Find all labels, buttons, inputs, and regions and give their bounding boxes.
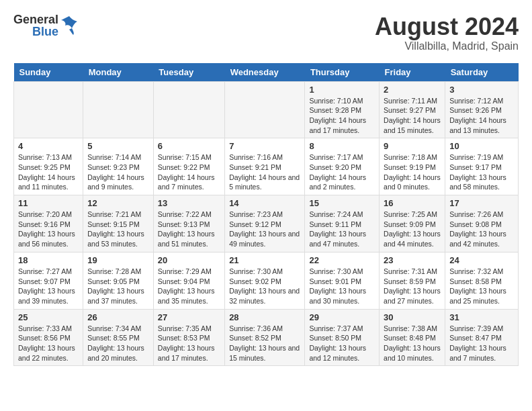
day-info: Sunrise: 7:26 AM Sunset: 9:08 PM Dayligh… bbox=[449, 210, 514, 249]
calendar-cell: 22Sunrise: 7:30 AM Sunset: 9:01 PM Dayli… bbox=[305, 252, 380, 309]
day-info: Sunrise: 7:35 AM Sunset: 8:53 PM Dayligh… bbox=[158, 324, 220, 363]
day-info: Sunrise: 7:29 AM Sunset: 9:04 PM Dayligh… bbox=[158, 267, 220, 306]
calendar-week-row: 1Sunrise: 7:10 AM Sunset: 9:28 PM Daylig… bbox=[14, 81, 519, 138]
calendar-cell: 2Sunrise: 7:11 AM Sunset: 9:27 PM Daylig… bbox=[380, 81, 445, 138]
weekday-header: Saturday bbox=[445, 63, 519, 82]
calendar-cell: 14Sunrise: 7:23 AM Sunset: 9:12 PM Dayli… bbox=[225, 195, 305, 253]
calendar-week-row: 18Sunrise: 7:27 AM Sunset: 9:07 PM Dayli… bbox=[14, 252, 519, 309]
calendar-cell: 25Sunrise: 7:33 AM Sunset: 8:56 PM Dayli… bbox=[14, 309, 83, 366]
page-header: General Blue August 2024 Villalbilla, Ma… bbox=[13, 13, 519, 52]
calendar-week-row: 4Sunrise: 7:13 AM Sunset: 9:25 PM Daylig… bbox=[14, 138, 519, 195]
day-info: Sunrise: 7:22 AM Sunset: 9:13 PM Dayligh… bbox=[158, 210, 220, 249]
calendar-cell: 7Sunrise: 7:16 AM Sunset: 9:21 PM Daylig… bbox=[225, 138, 305, 195]
day-info: Sunrise: 7:17 AM Sunset: 9:20 PM Dayligh… bbox=[309, 152, 375, 192]
day-info: Sunrise: 7:32 AM Sunset: 8:58 PM Dayligh… bbox=[449, 267, 514, 306]
day-number: 7 bbox=[229, 141, 300, 151]
day-number: 22 bbox=[309, 255, 375, 265]
weekday-header: Sunday bbox=[14, 63, 83, 82]
day-number: 9 bbox=[384, 141, 441, 151]
calendar-cell: 24Sunrise: 7:32 AM Sunset: 8:58 PM Dayli… bbox=[445, 252, 519, 309]
day-number: 3 bbox=[449, 85, 514, 95]
day-number: 12 bbox=[87, 198, 149, 208]
calendar-cell: 15Sunrise: 7:24 AM Sunset: 9:11 PM Dayli… bbox=[305, 195, 380, 253]
weekday-header: Friday bbox=[380, 63, 445, 82]
day-number: 27 bbox=[158, 312, 220, 322]
day-number: 28 bbox=[229, 312, 300, 322]
calendar-cell: 20Sunrise: 7:29 AM Sunset: 9:04 PM Dayli… bbox=[153, 252, 224, 309]
day-info: Sunrise: 7:13 AM Sunset: 9:25 PM Dayligh… bbox=[18, 152, 79, 192]
logo-bird-icon bbox=[60, 15, 79, 36]
day-info: Sunrise: 7:38 AM Sunset: 8:48 PM Dayligh… bbox=[384, 324, 441, 363]
day-info: Sunrise: 7:36 AM Sunset: 8:52 PM Dayligh… bbox=[229, 324, 300, 363]
day-info: Sunrise: 7:34 AM Sunset: 8:55 PM Dayligh… bbox=[87, 324, 149, 363]
calendar-cell: 28Sunrise: 7:36 AM Sunset: 8:52 PM Dayli… bbox=[225, 309, 305, 366]
weekday-header: Wednesday bbox=[225, 63, 305, 82]
day-number: 25 bbox=[18, 312, 79, 322]
weekday-header: Monday bbox=[83, 63, 154, 82]
weekday-header: Thursday bbox=[305, 63, 380, 82]
calendar-cell bbox=[83, 81, 154, 138]
day-info: Sunrise: 7:20 AM Sunset: 9:16 PM Dayligh… bbox=[18, 210, 79, 249]
day-number: 21 bbox=[229, 255, 300, 265]
calendar-cell: 27Sunrise: 7:35 AM Sunset: 8:53 PM Dayli… bbox=[153, 309, 224, 366]
day-info: Sunrise: 7:12 AM Sunset: 9:26 PM Dayligh… bbox=[449, 96, 514, 136]
calendar-cell: 11Sunrise: 7:20 AM Sunset: 9:16 PM Dayli… bbox=[14, 195, 83, 253]
day-info: Sunrise: 7:37 AM Sunset: 8:50 PM Dayligh… bbox=[309, 324, 375, 363]
calendar-cell: 13Sunrise: 7:22 AM Sunset: 9:13 PM Dayli… bbox=[153, 195, 224, 253]
calendar-cell bbox=[225, 81, 305, 138]
calendar-cell: 8Sunrise: 7:17 AM Sunset: 9:20 PM Daylig… bbox=[305, 138, 380, 195]
day-number: 11 bbox=[18, 198, 79, 208]
day-info: Sunrise: 7:25 AM Sunset: 9:09 PM Dayligh… bbox=[384, 210, 441, 249]
day-info: Sunrise: 7:24 AM Sunset: 9:11 PM Dayligh… bbox=[309, 210, 375, 249]
day-number: 6 bbox=[158, 141, 220, 151]
day-info: Sunrise: 7:27 AM Sunset: 9:07 PM Dayligh… bbox=[18, 267, 79, 306]
day-info: Sunrise: 7:28 AM Sunset: 9:05 PM Dayligh… bbox=[87, 267, 149, 306]
calendar-cell: 10Sunrise: 7:19 AM Sunset: 9:17 PM Dayli… bbox=[445, 138, 519, 195]
calendar-cell: 21Sunrise: 7:30 AM Sunset: 9:02 PM Dayli… bbox=[225, 252, 305, 309]
calendar-cell: 6Sunrise: 7:15 AM Sunset: 9:22 PM Daylig… bbox=[153, 138, 224, 195]
title-block: August 2024 Villalbilla, Madrid, Spain bbox=[375, 13, 519, 52]
calendar-cell: 3Sunrise: 7:12 AM Sunset: 9:26 PM Daylig… bbox=[445, 81, 519, 138]
logo-general-text: General bbox=[13, 13, 58, 26]
calendar-cell: 31Sunrise: 7:39 AM Sunset: 8:47 PM Dayli… bbox=[445, 309, 519, 366]
calendar-cell: 23Sunrise: 7:31 AM Sunset: 8:59 PM Dayli… bbox=[380, 252, 445, 309]
day-number: 5 bbox=[87, 141, 149, 151]
calendar-cell: 19Sunrise: 7:28 AM Sunset: 9:05 PM Dayli… bbox=[83, 252, 154, 309]
day-info: Sunrise: 7:30 AM Sunset: 9:01 PM Dayligh… bbox=[309, 267, 375, 306]
page-subtitle: Villalbilla, Madrid, Spain bbox=[375, 40, 519, 52]
calendar-table: SundayMondayTuesdayWednesdayThursdayFrid… bbox=[13, 63, 519, 367]
day-number: 23 bbox=[384, 255, 441, 265]
calendar-cell: 4Sunrise: 7:13 AM Sunset: 9:25 PM Daylig… bbox=[14, 138, 83, 195]
day-number: 19 bbox=[87, 255, 149, 265]
calendar-cell: 16Sunrise: 7:25 AM Sunset: 9:09 PM Dayli… bbox=[380, 195, 445, 253]
day-number: 26 bbox=[87, 312, 149, 322]
day-info: Sunrise: 7:18 AM Sunset: 9:19 PM Dayligh… bbox=[384, 152, 441, 192]
day-info: Sunrise: 7:39 AM Sunset: 8:47 PM Dayligh… bbox=[449, 324, 514, 363]
day-info: Sunrise: 7:15 AM Sunset: 9:22 PM Dayligh… bbox=[158, 152, 220, 192]
calendar-cell: 18Sunrise: 7:27 AM Sunset: 9:07 PM Dayli… bbox=[14, 252, 83, 309]
calendar-cell: 29Sunrise: 7:37 AM Sunset: 8:50 PM Dayli… bbox=[305, 309, 380, 366]
day-info: Sunrise: 7:14 AM Sunset: 9:23 PM Dayligh… bbox=[87, 152, 149, 192]
day-number: 1 bbox=[309, 85, 375, 95]
calendar-header-row: SundayMondayTuesdayWednesdayThursdayFrid… bbox=[14, 63, 519, 82]
calendar-cell: 5Sunrise: 7:14 AM Sunset: 9:23 PM Daylig… bbox=[83, 138, 154, 195]
calendar-cell: 12Sunrise: 7:21 AM Sunset: 9:15 PM Dayli… bbox=[83, 195, 154, 253]
day-number: 31 bbox=[449, 312, 514, 322]
day-number: 24 bbox=[449, 255, 514, 265]
day-info: Sunrise: 7:16 AM Sunset: 9:21 PM Dayligh… bbox=[229, 152, 300, 192]
day-number: 14 bbox=[229, 198, 300, 208]
calendar-week-row: 11Sunrise: 7:20 AM Sunset: 9:16 PM Dayli… bbox=[14, 195, 519, 253]
calendar-cell: 30Sunrise: 7:38 AM Sunset: 8:48 PM Dayli… bbox=[380, 309, 445, 366]
calendar-cell: 1Sunrise: 7:10 AM Sunset: 9:28 PM Daylig… bbox=[305, 81, 380, 138]
day-info: Sunrise: 7:10 AM Sunset: 9:28 PM Dayligh… bbox=[309, 96, 375, 136]
calendar-cell: 26Sunrise: 7:34 AM Sunset: 8:55 PM Dayli… bbox=[83, 309, 154, 366]
day-number: 16 bbox=[384, 198, 441, 208]
calendar-cell bbox=[14, 81, 83, 138]
page-title: August 2024 bbox=[375, 13, 519, 40]
logo-blue-text: Blue bbox=[32, 26, 58, 38]
logo: General Blue bbox=[13, 13, 79, 38]
day-info: Sunrise: 7:33 AM Sunset: 8:56 PM Dayligh… bbox=[18, 324, 79, 363]
day-number: 13 bbox=[158, 198, 220, 208]
calendar-cell: 9Sunrise: 7:18 AM Sunset: 9:19 PM Daylig… bbox=[380, 138, 445, 195]
day-number: 10 bbox=[449, 141, 514, 151]
